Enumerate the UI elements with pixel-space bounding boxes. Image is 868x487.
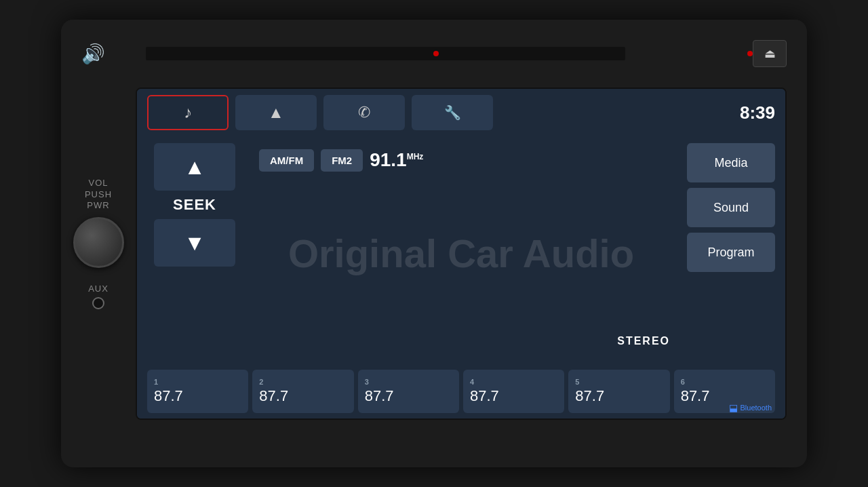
nav-bar: ♪ ▲ ✆ 🔧 8:39 (137, 89, 785, 136)
bluetooth-label: Bluetooth (741, 404, 772, 412)
aux-port[interactable] (92, 297, 104, 309)
preset-freq-2: 87.7 (259, 387, 288, 405)
cd-slot[interactable] (146, 47, 625, 60)
frequency-display: 91.1MHz (370, 149, 423, 171)
volume-control: VOL PUSH PWR (73, 178, 124, 274)
preset-num-5: 5 (575, 378, 579, 386)
main-content: ▲ SEEK ▼ AM/FM FM2 91.1MHz STEREO (137, 136, 785, 364)
freq-unit: MHz (407, 152, 424, 161)
vol-label: VOL PUSH PWR (85, 178, 112, 212)
aux-control: AUX (88, 284, 108, 309)
frequency-value: 91.1 (370, 149, 407, 170)
seek-controls: ▲ SEEK ▼ (147, 143, 242, 357)
seek-label: SEEK (173, 196, 216, 214)
preset-button-3[interactable]: 3 87.7 (358, 370, 459, 413)
preset-button-2[interactable]: 2 87.7 (252, 370, 353, 413)
stereo-label: STEREO (259, 335, 670, 357)
preset-button-1[interactable]: 1 87.7 (147, 370, 248, 413)
phone-icon: ✆ (358, 104, 370, 121)
music-icon: ♪ (184, 103, 192, 122)
media-button[interactable]: Media (687, 143, 775, 182)
pwr-text: PWR (87, 200, 109, 210)
seek-down-icon: ▼ (184, 231, 205, 256)
preset-freq-5: 87.7 (575, 387, 604, 405)
volume-knob[interactable] (73, 217, 124, 268)
seek-up-icon: ▲ (184, 155, 205, 180)
nav-settings-button[interactable]: 🔧 (412, 95, 493, 130)
seek-down-button[interactable]: ▼ (154, 219, 235, 267)
top-strip: 🔊 ⏏ (61, 20, 807, 87)
main-screen: Original Car Audio ♪ ▲ ✆ 🔧 8:39 ▲ (136, 87, 787, 420)
presets-bar: 1 87.7 2 87.7 3 87.7 4 87.7 5 87.7 6 87.… (137, 364, 785, 418)
program-button[interactable]: Program (687, 233, 775, 272)
preset-freq-1: 87.7 (154, 387, 183, 405)
preset-num-2: 2 (259, 378, 263, 386)
push-text: PUSH (85, 189, 112, 199)
bluetooth-badge: ⬓ Bluetooth (729, 402, 772, 413)
nav-navigation-button[interactable]: ▲ (235, 95, 317, 130)
nav-arrow-icon: ▲ (268, 103, 284, 122)
bluetooth-icon: ⬓ (729, 402, 738, 413)
band-button[interactable]: AM/FM (259, 149, 314, 172)
preset-num-4: 4 (470, 378, 474, 386)
preset-freq-3: 87.7 (365, 387, 394, 405)
preset-num-1: 1 (154, 378, 158, 386)
nav-music-button[interactable]: ♪ (147, 95, 229, 130)
nav-phone-button[interactable]: ✆ (323, 95, 405, 130)
preset-button-4[interactable]: 4 87.7 (463, 370, 564, 413)
aux-label: AUX (88, 284, 108, 294)
time-display: 8:39 (721, 102, 775, 123)
sound-button[interactable]: Sound (687, 188, 775, 227)
eject-button[interactable]: ⏏ (753, 40, 787, 67)
preset-freq-6: 87.7 (681, 387, 710, 405)
preset-freq-4: 87.7 (470, 387, 499, 405)
seek-up-button[interactable]: ▲ (154, 143, 235, 191)
preset-button-5[interactable]: 5 87.7 (568, 370, 669, 413)
center-info: AM/FM FM2 91.1MHz STEREO (252, 143, 677, 357)
radio-info-row: AM/FM FM2 91.1MHz (259, 143, 670, 177)
preset-num-3: 3 (365, 378, 369, 386)
head-unit: 🔊 ⏏ VOL PUSH PWR AUX Original Car Audio (61, 20, 807, 467)
preset-num-6: 6 (681, 378, 685, 386)
physical-controls: VOL PUSH PWR AUX (61, 20, 136, 467)
red-indicator-left (747, 51, 753, 56)
band-indicator[interactable]: FM2 (321, 149, 363, 172)
settings-icon: 🔧 (444, 104, 461, 121)
right-buttons: Media Sound Program (687, 143, 775, 357)
eject-icon: ⏏ (764, 46, 776, 61)
vol-text: VOL (88, 178, 108, 188)
